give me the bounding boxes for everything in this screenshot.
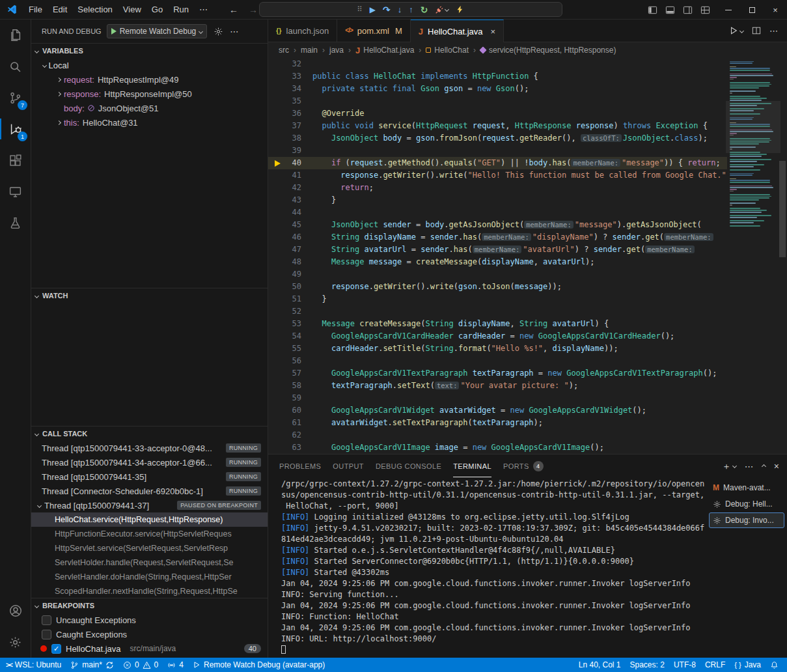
activity-extensions[interactable] [0,145,31,176]
line-number[interactable]: 37 [268,120,312,132]
hot-code-button[interactable] [456,5,464,14]
checkbox[interactable] [42,630,51,639]
line-number[interactable]: 59 [268,392,312,404]
tab-pom-xml[interactable]: </>pom.xmlM [337,20,410,42]
step-into-button[interactable]: ↓ [398,5,402,14]
thread-row[interactable]: Thread [qtp1500079441-37]PAUSED ON BREAK… [31,498,268,512]
line-number[interactable]: 35 [268,95,312,107]
close-tab-icon[interactable]: × [491,27,496,36]
line-number[interactable]: 58 [268,380,312,392]
line-number[interactable]: 44 [268,206,312,219]
breadcrumb-item[interactable]: service(HttpRequest, HttpResponse) [480,46,616,55]
code-line[interactable]: 33public class HelloChat implements Http… [268,70,727,83]
terminal-prompt-line[interactable] [281,645,709,656]
debug-session[interactable]: Remote Watch Debug (avatar-app) [188,658,329,672]
disconnect-button[interactable] [435,5,449,14]
breadcrumb-item[interactable]: JHelloChat.java [355,46,414,55]
stack-frame[interactable]: ServletHandler.doHandle(String,Request,H… [31,570,268,584]
menu-view[interactable]: View [118,3,146,16]
menu-go[interactable]: Go [146,3,168,16]
activity-search[interactable] [0,51,31,82]
menu-edit[interactable]: Edit [48,3,72,16]
line-number[interactable]: 38 [268,132,312,145]
code-line[interactable]: 37 public void service(HttpRequest reque… [268,120,727,132]
run-java-icon[interactable] [729,26,743,35]
code-line[interactable]: 39 [268,145,727,157]
code-line[interactable]: 62 [268,429,727,441]
editor-scrollbar[interactable] [778,58,787,454]
close-panel-icon[interactable]: × [774,462,779,471]
line-number[interactable]: 56 [268,355,312,367]
cursor-position[interactable]: Ln 40, Col 1 [574,658,626,672]
line-number[interactable]: 50 [268,281,312,293]
code-line[interactable]: 50 response.getWriter().write(gson.toJso… [268,281,727,293]
line-number[interactable]: 39 [268,145,312,157]
tab-launch-json[interactable]: {}launch.json [268,20,337,42]
menu-[interactable]: ⋯ [194,3,213,16]
variable-row[interactable]: response:HttpResponseImpl@50 [31,87,268,101]
breakpoints-section-header[interactable]: BREAKPOINTS [31,598,268,613]
code-line[interactable]: 49 [268,268,727,281]
encoding[interactable]: UTF-8 [669,658,700,672]
twisty-icon[interactable] [53,78,64,81]
breadcrumb-item[interactable]: src [279,46,289,55]
code-line[interactable]: 52 [268,305,727,318]
toggle-primary-sidebar-icon[interactable] [648,5,657,15]
continue-button[interactable]: ▶ [370,6,376,14]
code-line[interactable]: 40 if (request.getMethod().equals("GET")… [268,157,727,169]
start-debug-icon[interactable] [111,28,117,35]
stack-frame[interactable]: ScopedHandler.nextHandle(String,Request,… [31,584,268,598]
code-line[interactable]: 36 @Override [268,107,727,120]
terminal-output[interactable]: /grpc/grpc-context/1.27.2/grpc-context-1… [268,477,709,658]
terminal-list-item[interactable]: MMaven-avat... [709,480,784,496]
variable-row[interactable]: request:HttpRequestImpl@49 [31,72,268,87]
activity-files[interactable] [0,20,31,51]
code-line[interactable]: 55 cardHeader.setTitle(String.format("He… [268,343,727,355]
line-number[interactable]: 43 [268,194,312,206]
line-number[interactable]: 36 [268,107,312,120]
more-actions-icon[interactable]: ⋯ [230,27,238,36]
gear-icon[interactable] [214,27,223,36]
line-number[interactable]: 41 [268,169,312,182]
nav-forward-icon[interactable]: → [249,5,258,15]
activity-testing[interactable] [0,207,31,238]
code-line[interactable]: 54 GoogleAppsCardV1CardHeader cardHeader… [268,330,727,343]
code-line[interactable]: 46 String displayName = sender.has(membe… [268,231,727,244]
breadcrumb-item[interactable]: java [329,46,344,55]
restart-button[interactable]: ↻ [421,5,428,14]
variable-row[interactable]: body:JsonObject@51 [31,101,268,115]
menu-selection[interactable]: Selection [72,3,117,16]
split-editor-icon[interactable] [752,26,761,35]
eol[interactable]: CRLF [700,658,730,672]
command-center[interactable]: ⠿▶↷↓↑↻ [259,2,562,17]
maximize-panel-icon[interactable] [762,465,766,467]
grip-button[interactable]: ⠿ [357,6,363,13]
call-stack-section-header[interactable]: CALL STACK [31,427,268,441]
thread-row[interactable]: Thread [Connector-Scheduler-6920b0bc-1]R… [31,484,268,498]
notifications[interactable] [766,658,783,672]
toggle-secondary-sidebar-icon[interactable] [683,5,693,15]
terminal-list-item[interactable]: Debug: Invo... [709,512,784,528]
code-line[interactable]: 47 String avatarUrl = sender.has(memberN… [268,244,727,256]
line-number[interactable]: 60 [268,404,312,417]
exception-breakpoint-row[interactable]: Uncaught Exceptions [31,613,268,627]
line-number[interactable]: 48 [268,256,312,268]
line-number[interactable]: 51 [268,293,312,305]
indentation[interactable]: Spaces: 2 [626,658,669,672]
line-number[interactable]: 57 [268,367,312,380]
checkbox[interactable]: ✓ [51,644,61,654]
line-number[interactable]: 32 [268,58,312,70]
line-number[interactable]: 34 [268,83,312,95]
minimize-button[interactable] [717,0,740,20]
menu-run[interactable]: Run [168,3,194,16]
line-number[interactable]: 61 [268,417,312,429]
thread-row[interactable]: Thread [qtp1500079441-35]RUNNING [31,469,268,484]
panel-tab-terminal[interactable]: TERMINAL [453,455,491,477]
line-number[interactable]: 54 [268,330,312,343]
variables-scope-row[interactable]: Local [31,58,268,72]
stack-frame[interactable]: ServletHolder.handle(Request,ServletRequ… [31,555,268,570]
variables-section-header[interactable]: VARIABLES [31,44,268,58]
code-line[interactable]: 43 } [268,194,727,206]
tab-HelloChat-java[interactable]: JHelloChat.java× [411,20,504,42]
activity-remote-explorer[interactable] [0,176,31,207]
